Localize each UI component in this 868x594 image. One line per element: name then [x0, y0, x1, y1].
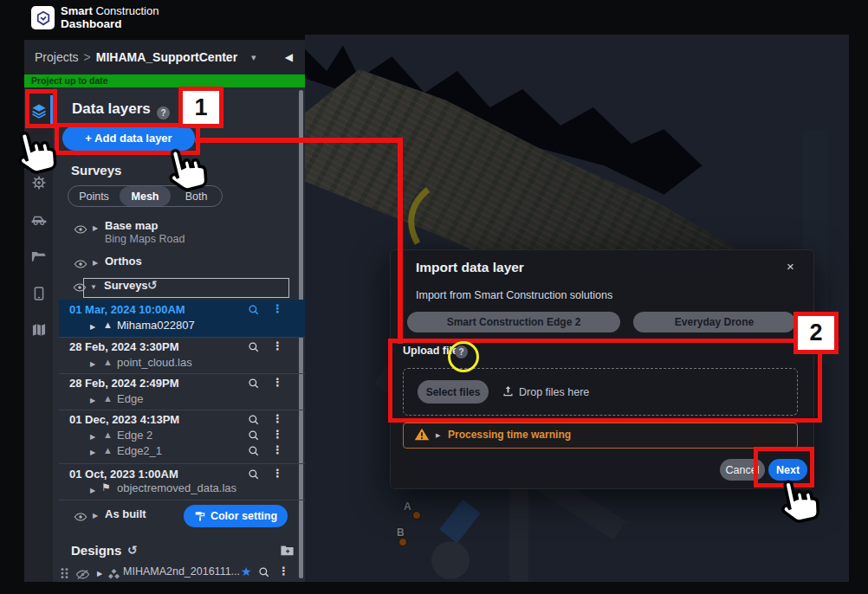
- eye-icon[interactable]: [74, 223, 87, 238]
- row-divider: [59, 373, 305, 374]
- annotation-step-2: 2: [794, 312, 839, 354]
- survey-date[interactable]: 01 Mar, 2024 10:00AM: [69, 303, 185, 316]
- survey-child-label[interactable]: objectremoved_data.las: [117, 481, 236, 494]
- eye-icon[interactable]: [74, 510, 87, 526]
- app-screen: Smart Construction Dashboard Projects > …: [0, 0, 868, 594]
- expand-chevron-icon[interactable]: ▶: [90, 323, 95, 331]
- zoom-to-icon[interactable]: [248, 341, 260, 357]
- kebab-menu-icon[interactable]: ⋮: [272, 412, 283, 425]
- expand-chevron-icon[interactable]: ▶: [93, 224, 98, 232]
- breadcrumb-project-name[interactable]: MIHAMA_SupportCenter: [96, 50, 237, 64]
- panel-title: Data layers: [72, 100, 151, 118]
- favorite-star-icon[interactable]: ★: [241, 565, 252, 578]
- zoom-to-icon[interactable]: [248, 429, 260, 445]
- source-button-edge2[interactable]: Smart Construction Edge 2: [407, 312, 620, 333]
- row-divider: [59, 463, 305, 464]
- panel-help-icon[interactable]: ?: [157, 107, 170, 119]
- color-setting-button[interactable]: Color setting: [184, 505, 288, 527]
- brand-strong: Smart: [61, 4, 93, 17]
- folder-icon: [30, 248, 48, 265]
- warning-expand-chevron-icon[interactable]: ▶: [436, 432, 440, 439]
- kebab-menu-icon[interactable]: ⋮: [272, 376, 283, 389]
- design-row-label[interactable]: MIHAMA2nd_2016111...: [123, 565, 240, 578]
- warning-triangle-icon: [414, 427, 430, 445]
- app-logo: [31, 6, 55, 29]
- eye-icon[interactable]: [74, 257, 87, 273]
- project-caret-down-icon[interactable]: ▾: [251, 52, 256, 63]
- color-setting-label: Color setting: [211, 510, 277, 522]
- mesh-layer-icon: ▲: [103, 445, 113, 455]
- modal-subtitle: Import from Smart Construction solutions: [416, 289, 612, 301]
- tree-row-orthos[interactable]: Orthos: [105, 255, 142, 268]
- zoom-to-icon[interactable]: [258, 566, 270, 582]
- kebab-menu-icon[interactable]: ⋮: [272, 339, 283, 352]
- survey-child-label[interactable]: Mihama022807: [117, 319, 195, 332]
- expand-chevron-icon[interactable]: ▶: [97, 570, 102, 578]
- survey-child-label[interactable]: point_cloud.las: [117, 356, 192, 369]
- eye-off-icon[interactable]: [75, 568, 90, 584]
- mesh-layer-icon: ▲: [103, 393, 113, 404]
- cursor-hand-icon: [768, 469, 832, 533]
- panel-collapse-icon[interactable]: ◀: [285, 51, 293, 63]
- zoom-to-icon[interactable]: [248, 304, 260, 320]
- survey-date[interactable]: 01 Dec, 2023 4:13PM: [69, 413, 179, 426]
- expand-chevron-icon[interactable]: ▶: [90, 360, 95, 368]
- survey-child-label[interactable]: Edge2_1: [117, 444, 162, 457]
- vehicle-icon: [30, 210, 48, 228]
- expand-chevron-icon[interactable]: ▶: [93, 259, 98, 267]
- survey-date[interactable]: 28 Feb, 2024 2:49PM: [69, 377, 178, 390]
- tree-row-as-built[interactable]: As built: [105, 507, 146, 520]
- close-icon[interactable]: ×: [787, 259, 794, 274]
- row-divider: [59, 337, 305, 338]
- paint-roller-icon: [194, 510, 206, 522]
- eye-icon[interactable]: [73, 281, 87, 296]
- collapse-chevron-icon[interactable]: ▼: [90, 283, 97, 291]
- surveys-section-title: Surveys: [71, 163, 121, 178]
- project-status-banner: Project up to date: [24, 74, 305, 87]
- rail-item-files[interactable]: [30, 248, 48, 265]
- history-icon[interactable]: ↺: [127, 543, 138, 557]
- mesh-layer-icon: ▲: [103, 429, 113, 440]
- add-folder-icon[interactable]: [280, 544, 295, 560]
- tab-mesh[interactable]: Mesh: [120, 186, 171, 206]
- expand-chevron-icon[interactable]: ▶: [90, 433, 95, 441]
- zoom-to-icon[interactable]: [248, 414, 260, 429]
- history-icon[interactable]: ↺: [147, 278, 158, 292]
- survey-date[interactable]: 28 Feb, 2024 3:30PM: [69, 340, 178, 353]
- tablet-icon: [30, 285, 48, 302]
- tree-row-surveys[interactable]: Surveys: [104, 279, 148, 292]
- warning-text: Processing time warning: [448, 429, 571, 441]
- expand-chevron-icon[interactable]: ▶: [90, 449, 95, 456]
- kebab-menu-icon[interactable]: ⋮: [272, 467, 283, 480]
- base-map-source: Bing Maps Road: [105, 233, 185, 245]
- logo-cube-icon: [35, 10, 52, 27]
- kebab-menu-icon[interactable]: ⋮: [272, 302, 283, 315]
- row-divider: [59, 500, 305, 500]
- designs-section-title: Designs: [71, 543, 121, 558]
- survey-date[interactable]: 01 Oct, 2023 1:00AM: [69, 468, 178, 481]
- drag-handle-icon[interactable]: [60, 567, 68, 583]
- expand-chevron-icon[interactable]: ▶: [90, 487, 95, 494]
- annotation-connector-horizontal: [195, 138, 403, 143]
- annotation-connector-vertical: [398, 138, 403, 344]
- zoom-to-icon[interactable]: [248, 468, 260, 484]
- brand-line2: Dashboard: [61, 17, 159, 30]
- rail-item-map[interactable]: [30, 321, 48, 339]
- rail-item-devices[interactable]: [30, 285, 48, 302]
- mesh-layer-icon: ▲: [103, 320, 113, 330]
- survey-child-label[interactable]: Edge: [117, 392, 143, 405]
- breadcrumb-projects[interactable]: Projects: [35, 50, 79, 64]
- expand-chevron-icon[interactable]: ▶: [93, 512, 98, 520]
- tab-points[interactable]: Points: [68, 186, 120, 206]
- kebab-menu-icon[interactable]: ⋮: [272, 428, 283, 441]
- kebab-menu-icon[interactable]: ⋮: [278, 565, 289, 578]
- source-button-everyday-drone[interactable]: Everyday Drone: [633, 312, 795, 333]
- kebab-menu-icon[interactable]: ⋮: [272, 443, 283, 456]
- expand-chevron-icon[interactable]: ▶: [90, 397, 95, 404]
- zoom-to-icon[interactable]: [248, 378, 260, 393]
- tree-row-base-map[interactable]: Base map: [105, 219, 158, 232]
- rail-item-machines[interactable]: [30, 210, 48, 228]
- survey-child-label[interactable]: Edge 2: [117, 429, 152, 442]
- breadcrumb: Projects > MIHAMA_SupportCenter ▾ ◀: [24, 40, 305, 74]
- zoom-to-icon[interactable]: [248, 445, 260, 461]
